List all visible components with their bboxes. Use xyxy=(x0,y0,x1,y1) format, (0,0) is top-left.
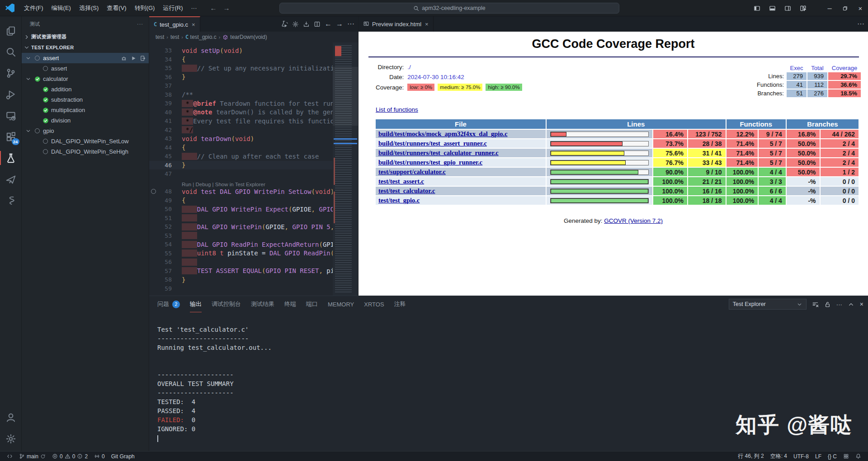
account-icon[interactable] xyxy=(0,407,22,428)
code-line-57[interactable]: 57 TEST_ASSERT_EQUAL(GPIO_PIN_RESET, pin xyxy=(149,267,333,276)
list-of-functions-link[interactable]: List of functions xyxy=(376,106,418,113)
minimize-button[interactable]: ─ xyxy=(822,0,837,16)
paper-plane-icon[interactable] xyxy=(0,169,22,190)
tree-item-multiplication[interactable]: multiplication xyxy=(22,105,149,115)
panel-more-icon[interactable]: ··· xyxy=(836,301,842,308)
sidebar-more-icon[interactable]: ··· xyxy=(137,21,143,27)
ports-item[interactable]: 0 xyxy=(92,452,107,461)
file-link[interactable]: build/test/runners/test_calculator_runne… xyxy=(378,149,499,156)
code-line-47[interactable]: 47 xyxy=(149,169,333,179)
code-line-54[interactable]: 54 DAL_GPIO_ReadPin_ExpectAndReturn(GPIO xyxy=(149,240,333,249)
output-channel-select[interactable]: Test Explorer xyxy=(729,299,807,310)
code-line-58[interactable]: 58} xyxy=(149,275,333,284)
menu-more-button[interactable]: ··· xyxy=(187,2,201,14)
debug-test-icon[interactable] xyxy=(121,55,127,61)
section-test-resource-manager[interactable]: 测试资源管理器 xyxy=(22,32,149,42)
git-graph-item[interactable]: Git Graph xyxy=(109,452,137,461)
minimap[interactable] xyxy=(333,42,358,296)
file-link[interactable]: build/test/mocks/mock_apm32f4xx_dal_gpio… xyxy=(378,130,508,137)
chevron-down-icon[interactable] xyxy=(24,128,32,134)
code-line-38[interactable]: 38/** xyxy=(149,90,333,99)
chevron-down-icon[interactable] xyxy=(24,55,32,61)
menu-item-5[interactable]: 运行(R) xyxy=(159,2,187,14)
tree-item-dal-gpio-writepin-setlow[interactable]: DAL_GPIO_WritePin_SetLow xyxy=(22,136,149,146)
eol-item[interactable]: LF xyxy=(813,452,824,461)
run-test-icon[interactable] xyxy=(130,55,137,61)
snake-icon[interactable] xyxy=(0,190,22,211)
tab-close-icon[interactable]: × xyxy=(192,21,195,28)
menu-item-2[interactable]: 选择(S) xyxy=(75,2,103,14)
branch-item[interactable]: main xyxy=(17,452,48,461)
history-forward-icon[interactable]: → xyxy=(223,4,230,12)
problems-item[interactable]: 0 0 2 xyxy=(50,452,90,461)
file-link[interactable]: test/support/calculator.c xyxy=(378,168,446,175)
code-line-42[interactable]: 42 */ xyxy=(149,126,333,135)
panel-tab-xrtos[interactable]: XRTOS xyxy=(364,296,384,312)
code-line-34[interactable]: 34{ xyxy=(149,55,333,64)
clear-output-icon[interactable] xyxy=(812,301,819,308)
tab-close-icon[interactable]: × xyxy=(425,21,429,28)
restore-button[interactable] xyxy=(837,0,853,16)
run-tests-icon[interactable] xyxy=(280,20,288,28)
breadcrumb-item-2[interactable]: C test_gpio.c xyxy=(185,34,217,40)
goto-test-icon[interactable] xyxy=(140,55,146,61)
panel-tab-terminal[interactable]: 终端 xyxy=(284,296,296,312)
command-center-search[interactable]: apm32-ceedling-example xyxy=(279,3,619,14)
code-line-44[interactable]: 44{ xyxy=(149,143,333,152)
code-line-45[interactable]: 45 // Clean up after each test case xyxy=(149,152,333,161)
code-line-53[interactable]: 53 xyxy=(149,231,333,240)
file-link[interactable]: test/test_calculator.c xyxy=(378,187,435,194)
panel-tab-ports[interactable]: 端口 xyxy=(306,296,318,312)
toggle-secondary-sidebar-icon[interactable] xyxy=(781,2,794,14)
breadcrumb[interactable]: test›test›C test_gpio.c›tearDown(void) xyxy=(149,32,358,42)
file-link[interactable]: test/test_assert.c xyxy=(378,178,424,185)
tree-item-assert[interactable]: assert xyxy=(22,63,149,74)
code-line-36[interactable]: 36} xyxy=(149,73,333,82)
tree-item-addition[interactable]: addition xyxy=(22,84,149,94)
close-button[interactable]: × xyxy=(853,0,868,16)
tree-item-assert[interactable]: assert xyxy=(22,53,149,63)
breadcrumb-item-3[interactable]: tearDown(void) xyxy=(222,34,267,40)
indentation-item[interactable]: 空格: 4 xyxy=(768,452,789,461)
file-link[interactable]: test/test_gpio.c xyxy=(378,197,420,204)
notifications-bell-icon[interactable] xyxy=(853,452,863,461)
gcovr-link[interactable]: GCOVR (Version 7.2) xyxy=(604,217,663,224)
code-line-50[interactable]: 50 DAL_GPIO_WritePin_Expect(GPIOE, GPIO_ xyxy=(149,205,333,214)
code-line-39[interactable]: 39 * @brief Teardown function for test r… xyxy=(149,99,333,108)
nav-forward-icon[interactable]: → xyxy=(336,20,343,28)
code-line-43[interactable]: 43void tearDown(void) xyxy=(149,134,333,143)
breadcrumb-item-1[interactable]: test xyxy=(170,34,179,40)
search-icon[interactable] xyxy=(0,41,22,62)
history-back-icon[interactable]: ← xyxy=(210,4,217,12)
tree-item-gpio[interactable]: gpio xyxy=(22,126,149,136)
panel-tab-memory[interactable]: MEMORY xyxy=(328,296,354,312)
menu-item-0[interactable]: 文件(F) xyxy=(20,2,47,14)
editor-more-icon[interactable]: ··· xyxy=(347,20,354,28)
tree-item-substraction[interactable]: substraction xyxy=(22,94,149,105)
encoding-item[interactable]: UTF-8 xyxy=(791,452,811,461)
preview-more-icon[interactable]: ··· xyxy=(857,20,864,28)
install-icon[interactable] xyxy=(303,21,310,28)
tree-item-calculator[interactable]: calculator xyxy=(22,74,149,84)
chevron-down-icon[interactable] xyxy=(24,76,32,82)
code-line-48[interactable]: 48void test_DAL_GPIO_WritePin_SetLow(voi… xyxy=(149,187,333,196)
breadcrumb-item-0[interactable]: test xyxy=(156,34,164,40)
panel-tab-problems[interactable]: 问题2 xyxy=(157,296,180,312)
customize-layout-icon[interactable] xyxy=(797,2,809,14)
test-settings-gear-icon[interactable] xyxy=(292,21,299,28)
remote-explorer-icon[interactable] xyxy=(0,105,22,126)
maximize-panel-icon[interactable] xyxy=(848,301,854,308)
tree-item-dal-gpio-writepin-sehigh[interactable]: DAL_GPIO_WritePin_SeHigh xyxy=(22,146,149,157)
code-line-55[interactable]: 55 uint8_t pinState = DAL_GPIO_ReadPin(G xyxy=(149,249,333,258)
test-beaker-icon[interactable] xyxy=(0,147,22,169)
code-line-51[interactable]: 51 xyxy=(149,214,333,223)
nav-back-icon[interactable]: ← xyxy=(325,20,332,28)
close-panel-icon[interactable]: × xyxy=(860,301,863,308)
cursor-position-item[interactable]: 行 46, 列 2 xyxy=(736,452,766,461)
code-line-33[interactable]: 33void setUp(void) xyxy=(149,46,333,55)
toggle-sidebar-icon[interactable] xyxy=(750,2,763,14)
remote-indicator[interactable] xyxy=(5,452,15,461)
panel-tab-output[interactable]: 输出 xyxy=(190,296,202,312)
split-editor-icon[interactable] xyxy=(314,21,321,28)
settings-gear-icon[interactable] xyxy=(0,428,22,449)
